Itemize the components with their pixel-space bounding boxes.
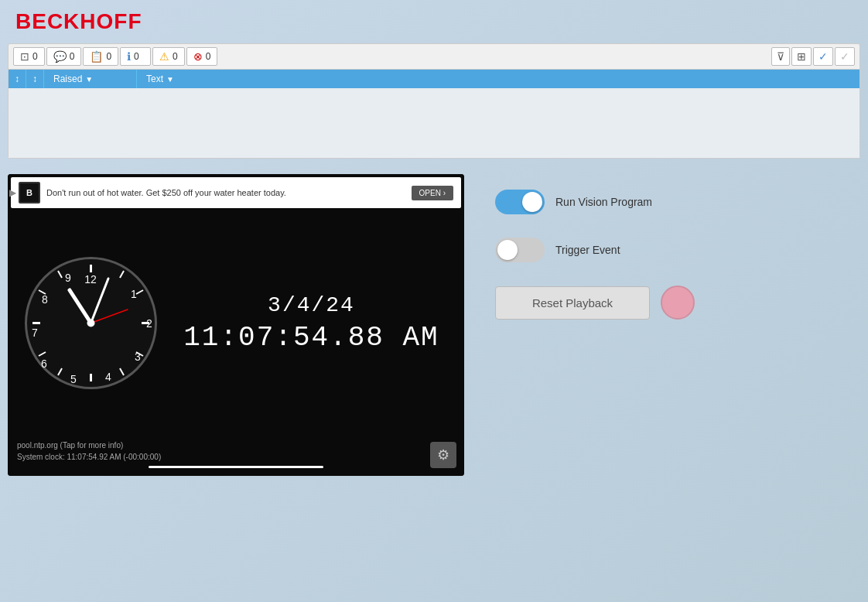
color-indicator (661, 286, 695, 320)
analog-clock: 12 1 2 3 4 5 6 7 8 9 6 (23, 255, 159, 391)
svg-text:6: 6 (41, 357, 47, 370)
ad-text: Don't run out of hot water. Get $250 off… (46, 188, 405, 197)
header: BECKHOFF (0, 0, 868, 43)
sort1-label: ↕ (15, 74, 19, 84)
sys-count: 0 (32, 51, 38, 62)
error-count: 0 (206, 51, 211, 62)
text-sort-arrow: ▼ (166, 75, 174, 84)
run-vision-toggle[interactable] (495, 190, 545, 214)
svg-text:3: 3 (135, 351, 141, 363)
checkall-icon: ✓ (840, 50, 849, 63)
svg-text:7: 7 (32, 327, 38, 339)
svg-text:9: 9 (65, 272, 71, 284)
main-content: ▶ B Don't run out of hot water. Get $250… (8, 174, 860, 476)
grid-icon: ⊞ (797, 50, 806, 63)
info-icon: ℹ (127, 50, 131, 63)
check-icon: ✓ (818, 50, 828, 63)
ad-logo: B (19, 182, 40, 204)
beckhoff-logo: BECKHOFF (15, 9, 853, 34)
clock-bottom-info: pool.ntp.org (Tap for more info) System … (8, 435, 464, 476)
alarm-panel: ⊡ 0 💬 0 📋 0 ℹ 0 ⚠ 0 ⊗ 0 ⊽ (8, 43, 860, 159)
ad-open-button[interactable]: OPEN › (412, 186, 453, 200)
clock-area: 12 1 2 3 4 5 6 7 8 9 6 (8, 211, 464, 435)
raised-sort-arrow: ▼ (85, 75, 93, 84)
svg-text:4: 4 (105, 371, 111, 383)
alarm-content (9, 88, 859, 158)
alarm-columns: ↕ ↕ Raised ▼ Text ▼ (9, 70, 859, 88)
run-vision-row: Run Vision Program (495, 190, 695, 214)
alarm-btn-error[interactable]: ⊗ 0 (186, 47, 218, 66)
filter-button[interactable]: ⊽ (771, 47, 790, 66)
digital-date: 3/4/24 (174, 293, 449, 317)
reset-playback-row: Reset Playback (495, 286, 695, 320)
svg-text:8: 8 (42, 293, 48, 306)
warn-icon: ⚠ (159, 50, 169, 63)
msg-count: 0 (70, 51, 75, 62)
alarm-toolbar: ⊡ 0 💬 0 📋 0 ℹ 0 ⚠ 0 ⊗ 0 ⊽ (9, 44, 859, 70)
col-raised[interactable]: Raised ▼ (44, 70, 137, 88)
run-vision-knob (522, 192, 542, 212)
progress-bar (149, 466, 323, 468)
run-vision-label: Run Vision Program (555, 196, 652, 208)
svg-text:5: 5 (70, 373, 77, 385)
svg-text:1: 1 (131, 288, 137, 300)
reset-playback-button[interactable]: Reset Playback (495, 286, 650, 320)
info-count: 0 (134, 51, 139, 62)
ad-banner: ▶ B Don't run out of hot water. Get $250… (11, 177, 461, 208)
alarm-btn-sys[interactable]: ⊡ 0 (13, 47, 45, 66)
checkall-button[interactable]: ✓ (835, 47, 855, 66)
trigger-event-label: Trigger Event (555, 244, 620, 256)
col-sort-1[interactable]: ↕ (9, 70, 26, 88)
sys-icon: ⊡ (20, 50, 29, 63)
digital-time-display: 3/4/24 11:07:54.88 AM (174, 293, 449, 354)
sort2-label: ↕ (32, 74, 37, 84)
trigger-event-knob (497, 240, 518, 260)
video-panel: ▶ B Don't run out of hot water. Get $250… (8, 174, 464, 476)
trigger-event-toggle[interactable] (495, 238, 545, 262)
svg-text:12: 12 (84, 273, 97, 286)
error-icon: ⊗ (193, 50, 203, 63)
alarm-btn-warn[interactable]: ⚠ 0 (152, 47, 185, 66)
alarm-btn-doc[interactable]: 📋 0 (83, 47, 118, 66)
col-text[interactable]: Text ▼ (137, 70, 859, 88)
trigger-event-row: Trigger Event (495, 238, 695, 262)
alarm-btn-msg[interactable]: 💬 0 (46, 47, 82, 66)
doc-icon: 📋 (90, 50, 103, 63)
alarm-btn-info[interactable]: ℹ 0 (120, 47, 151, 66)
msg-icon: 💬 (53, 50, 67, 63)
text-label: Text (146, 74, 163, 84)
right-controls: Run Vision Program Trigger Event Reset P… (495, 174, 695, 320)
doc-count: 0 (106, 51, 111, 62)
grid-button[interactable]: ⊞ (791, 47, 812, 66)
raised-label: Raised (53, 74, 82, 84)
ntp-line: pool.ntp.org (Tap for more info) (17, 440, 455, 451)
digital-clock: 11:07:54.88 AM (174, 322, 449, 354)
col-sort-2[interactable]: ↕ (26, 70, 44, 88)
warn-count: 0 (173, 51, 178, 62)
gear-button[interactable]: ⚙ (430, 442, 456, 468)
play-arrow-icon: ▶ (9, 187, 16, 198)
svg-text:2: 2 (146, 317, 152, 330)
filter-icon: ⊽ (777, 50, 784, 63)
sysclock-line: System clock: 11:07:54.92 AM (-00:00:00) (17, 451, 455, 463)
svg-point-27 (87, 320, 95, 327)
check-button[interactable]: ✓ (813, 47, 833, 66)
clock-display: ▶ B Don't run out of hot water. Get $250… (8, 174, 464, 476)
